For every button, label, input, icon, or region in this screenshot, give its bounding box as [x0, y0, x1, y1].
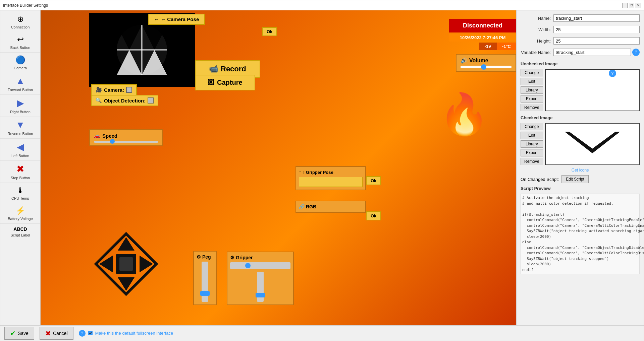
object-detection-checkbox[interactable] — [148, 97, 154, 104]
volume-thumb[interactable] — [481, 64, 486, 70]
temp-deg-display: -1°C — [497, 43, 516, 50]
default-checkbox-label: Make this the default fullscreen interfa… — [95, 331, 173, 336]
gripper-pose-input[interactable] — [299, 177, 363, 187]
edit-script-button[interactable]: Edit Script — [561, 175, 589, 183]
capture-button[interactable]: 🖼 Capture — [195, 75, 255, 90]
sidebar-item-forward-button[interactable]: ▲ Forward Button — [0, 73, 40, 95]
peg-thumb[interactable] — [200, 291, 210, 296]
gripper-label-text: Gripper — [236, 255, 253, 260]
variable-name-label: Variable Name: — [521, 50, 551, 55]
svg-rect-6 — [119, 257, 133, 271]
unchecked-export-button[interactable]: Export — [521, 95, 543, 103]
window-title: Interface Builder Settings — [3, 3, 48, 8]
get-icons-link[interactable]: Get Icons — [521, 168, 640, 173]
gripper-pose-ok-button[interactable]: Ok — [366, 176, 381, 185]
main-window: Interface Builder Settings _ □ ✕ ⊕ Conne… — [0, 0, 644, 341]
disconnected-button[interactable]: Disconnected — [449, 19, 516, 32]
volume-slider[interactable] — [461, 66, 512, 68]
default-checkbox-row: ? Make this the default fullscreen inter… — [79, 330, 173, 337]
temp-deg-text: -1°C — [502, 44, 511, 49]
speed-icon: 🚗 — [94, 133, 100, 139]
sidebar-item-stop-button[interactable]: ✖ Stop Button — [0, 161, 40, 183]
camera-pose-label: ↔ Camera Pose — [161, 16, 199, 22]
gripper-thumb-v[interactable] — [256, 293, 265, 297]
titlebar: Interface Builder Settings _ □ ✕ — [0, 0, 644, 10]
gripper-pose-label-text: ↑ Gripper Pose — [303, 170, 333, 175]
sidebar-item-script-label[interactable]: ABCD Script Label — [0, 224, 40, 240]
default-checkbox[interactable] — [88, 331, 93, 335]
name-input[interactable] — [553, 14, 640, 22]
canvas-area: ↔ ↔ Camera Pose Ok Disconnected 10/26/20… — [41, 10, 516, 325]
unchecked-remove-button[interactable]: Remove — [521, 104, 543, 111]
rgb-ok-button[interactable]: Ok — [366, 211, 381, 220]
cancel-button[interactable]: ✖ Cancel — [40, 327, 73, 340]
name-field: Name: — [521, 14, 640, 22]
sidebar-item-cpu-temp[interactable]: 🌡 CPU Temp — [0, 183, 40, 203]
left-icon: ◀ — [17, 141, 24, 152]
checked-export-button[interactable]: Export — [521, 149, 543, 156]
width-input[interactable] — [553, 26, 640, 33]
maximize-button[interactable]: □ — [629, 3, 634, 8]
temp-iv-text: -1V — [485, 44, 491, 49]
peg-vertical-slider[interactable] — [202, 262, 208, 302]
battery-icon: ⚡ — [15, 206, 25, 215]
speed-slider[interactable] — [94, 141, 158, 143]
sidebar-label-script: Script Label — [10, 233, 30, 237]
ok-label-rgb: Ok — [371, 213, 376, 218]
height-input[interactable] — [553, 37, 640, 45]
height-label: Height: — [521, 39, 551, 44]
checked-library-button[interactable]: Library — [521, 140, 543, 148]
save-button[interactable]: ✔ Save — [4, 327, 34, 340]
close-button[interactable]: ✕ — [636, 3, 641, 8]
dpad-svg — [93, 230, 160, 297]
checked-remove-button[interactable]: Remove — [521, 158, 543, 165]
script-icon: ABCD — [13, 226, 27, 232]
width-field: Width: — [521, 26, 640, 33]
sidebar-item-right-button[interactable]: ▶ Right Button — [0, 95, 40, 117]
gripper-horizontal-slider[interactable] — [230, 262, 290, 269]
peg-panel: ⚙ Peg — [193, 251, 217, 305]
right-icon: ▶ — [17, 97, 24, 109]
checked-edit-button[interactable]: Edit — [521, 132, 543, 139]
unchecked-edit-button[interactable]: Edit — [521, 78, 543, 85]
sidebar-item-battery-voltage[interactable]: ⚡ Battery Voltage — [0, 203, 40, 224]
temp-bar: -1V -1°C — [479, 43, 516, 50]
variable-name-field: Variable Name: ? — [521, 49, 640, 56]
sidebar-item-left-button[interactable]: ◀ Left Button — [0, 139, 40, 161]
bottom-bar: ✔ Save ✖ Cancel ? Make this the default … — [0, 325, 644, 341]
cancel-label: Cancel — [53, 331, 68, 336]
camera-checkbox[interactable] — [126, 87, 132, 93]
main-content: ⊕ Connection ↩ Back Button 🔵 Camera ▲ Fo… — [0, 10, 644, 325]
camera-lens-icon — [115, 23, 169, 77]
camera-label-text: Camera: — [104, 87, 124, 93]
speed-thumb[interactable] — [110, 139, 115, 144]
unchecked-preview-info[interactable]: ? — [609, 70, 616, 77]
checked-change-button[interactable]: Change — [521, 123, 543, 130]
capture-icon: 🖼 — [208, 79, 214, 86]
camera-icon-small: 🎥 — [96, 87, 102, 93]
checked-image-preview — [545, 123, 640, 165]
sidebar-label-connection: Connection — [11, 25, 30, 29]
minimize-button[interactable]: _ — [622, 3, 628, 8]
variable-name-info-button[interactable]: ? — [632, 49, 640, 56]
disconnected-label: Disconnected — [463, 22, 502, 29]
ok-label-gripper: Ok — [371, 178, 376, 183]
sidebar-label-back: Back Button — [10, 46, 30, 50]
on-changed-script-row: On Changed Script: Edit Script — [521, 175, 640, 183]
sidebar-item-camera[interactable]: 🔵 Camera — [0, 53, 40, 73]
sidebar-item-connection[interactable]: ⊕ Connection — [0, 12, 40, 32]
fire-decoration: 🔥 — [439, 91, 489, 138]
unchecked-change-button[interactable]: Change — [521, 69, 543, 76]
gripper-vertical-slider[interactable] — [257, 272, 264, 302]
sidebar-item-back-button[interactable]: ↩ Back Button — [0, 32, 40, 53]
camera-pose-button[interactable]: ↔ ↔ Camera Pose — [148, 14, 205, 25]
default-info-button[interactable]: ? — [79, 330, 86, 337]
speed-control: 🚗 Speed — [89, 129, 163, 146]
gripper-thumb-h[interactable] — [245, 263, 251, 268]
variable-name-input[interactable] — [553, 49, 631, 56]
camera-pose-ok-button[interactable]: Ok — [262, 27, 277, 36]
unchecked-library-button[interactable]: Library — [521, 86, 543, 94]
sidebar-item-reverse-button[interactable]: ▼ Reverse Button — [0, 117, 40, 139]
unchecked-image-preview: ? — [545, 69, 640, 111]
gripper-pose-label-row: ↑ ↑ Gripper Pose — [299, 169, 363, 175]
